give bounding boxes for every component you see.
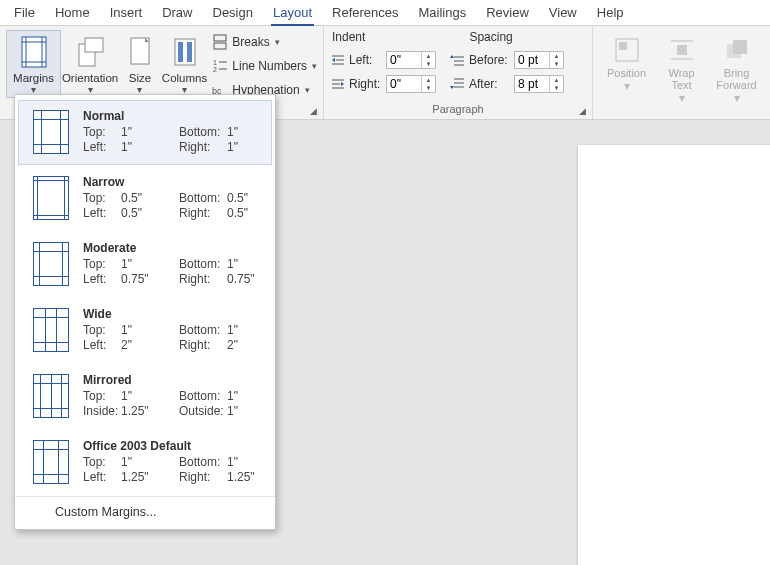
indent-title: Indent <box>332 30 365 44</box>
spacing-after-input[interactable] <box>515 76 549 92</box>
margins-button[interactable]: Margins ▾ <box>6 30 61 98</box>
breaks-button[interactable]: Breaks▾ <box>212 32 317 52</box>
preset-name: Office 2003 Default <box>83 439 259 453</box>
document-page <box>578 145 770 565</box>
margin-thumb-icon <box>33 440 69 484</box>
line-numbers-label: Line Numbers <box>232 59 307 73</box>
wrap-text-label: Wrap Text <box>668 67 694 91</box>
bring-forward-icon <box>723 36 751 64</box>
indent-right-input[interactable] <box>387 76 421 92</box>
margin-preset-moderate[interactable]: ModerateTop:1"Bottom:1"Left:0.75"Right:0… <box>18 232 272 297</box>
paragraph-dialog-launcher[interactable]: ◢ <box>576 105 588 117</box>
position-label: Position <box>607 67 646 79</box>
page-setup-mini: Breaks▾ 12 Line Numbers▾ bc Hyphenation▾ <box>212 30 317 100</box>
chevron-down-icon: ▾ <box>275 37 280 47</box>
indent-left-spinner[interactable]: ▲▼ <box>386 51 436 69</box>
orientation-icon <box>75 35 105 69</box>
up-arrow-icon[interactable]: ▲ <box>422 52 435 60</box>
indent-left-input[interactable] <box>387 52 421 68</box>
line-numbers-icon: 12 <box>212 58 228 74</box>
tab-layout[interactable]: Layout <box>263 0 322 26</box>
margins-dropdown: NormalTop:1"Bottom:1"Left:1"Right:1"Narr… <box>14 94 276 530</box>
tab-file[interactable]: File <box>4 0 45 26</box>
svg-rect-31 <box>619 42 627 50</box>
columns-icon <box>172 35 198 69</box>
tab-design[interactable]: Design <box>203 0 263 26</box>
tab-view[interactable]: View <box>539 0 587 26</box>
margin-preset-normal[interactable]: NormalTop:1"Bottom:1"Left:1"Right:1" <box>18 100 272 165</box>
up-arrow-icon[interactable]: ▲ <box>550 76 563 84</box>
svg-rect-32 <box>677 45 687 55</box>
svg-rect-12 <box>214 43 226 49</box>
tab-home[interactable]: Home <box>45 0 100 26</box>
preset-name: Moderate <box>83 241 259 255</box>
margin-preset-office-2003-default[interactable]: Office 2003 DefaultTop:1"Bottom:1"Left:1… <box>18 430 272 495</box>
line-numbers-button[interactable]: 12 Line Numbers▾ <box>212 56 317 76</box>
columns-button[interactable]: Columns ▾ <box>161 30 208 98</box>
group-arrange: Position ▾ Wrap Text ▾ Bring Forward ▾ <box>593 26 770 119</box>
orientation-button[interactable]: Orientation ▾ <box>61 30 119 98</box>
group-label-paragraph: Paragraph <box>330 101 586 119</box>
indent-right-label: Right: <box>349 77 383 91</box>
group-label-arrange <box>599 101 764 119</box>
ribbon-tabs: FileHomeInsertDrawDesignLayoutReferences… <box>0 0 770 26</box>
tab-insert[interactable]: Insert <box>100 0 153 26</box>
spacing-before-input[interactable] <box>515 52 549 68</box>
indent-right-icon <box>330 77 346 91</box>
svg-rect-10 <box>187 42 192 62</box>
preset-name: Narrow <box>83 175 259 189</box>
svg-rect-9 <box>178 42 183 62</box>
tab-review[interactable]: Review <box>476 0 539 26</box>
chevron-down-icon: ▾ <box>305 85 310 95</box>
custom-margins-button[interactable]: Custom Margins... <box>15 496 275 529</box>
position-button[interactable]: Position ▾ <box>599 30 654 98</box>
spacing-before-label: Before: <box>469 53 511 67</box>
svg-rect-6 <box>85 38 103 52</box>
preset-text: NormalTop:1"Bottom:1"Left:1"Right:1" <box>83 109 259 154</box>
preset-name: Normal <box>83 109 259 123</box>
spacing-after-spinner[interactable]: ▲▼ <box>514 75 564 93</box>
wrap-text-button[interactable]: Wrap Text ▾ <box>654 30 709 98</box>
page-setup-dialog-launcher[interactable]: ◢ <box>307 105 319 117</box>
size-button[interactable]: Size ▾ <box>119 30 161 98</box>
chevron-down-icon: ▾ <box>624 79 630 93</box>
breaks-label: Breaks <box>232 35 269 49</box>
tab-draw[interactable]: Draw <box>152 0 202 26</box>
position-icon <box>613 36 641 64</box>
tab-mailings[interactable]: Mailings <box>409 0 477 26</box>
chevron-down-icon: ▾ <box>312 61 317 71</box>
down-arrow-icon[interactable]: ▼ <box>422 84 435 92</box>
margins-icon <box>19 35 49 69</box>
tab-references[interactable]: References <box>322 0 408 26</box>
down-arrow-icon[interactable]: ▼ <box>550 84 563 92</box>
preset-name: Wide <box>83 307 259 321</box>
preset-name: Mirrored <box>83 373 259 387</box>
up-arrow-icon[interactable]: ▲ <box>550 52 563 60</box>
svg-text:1: 1 <box>213 59 217 66</box>
indent-right-spinner[interactable]: ▲▼ <box>386 75 436 93</box>
preset-text: WideTop:1"Bottom:1"Left:2"Right:2" <box>83 307 259 352</box>
margin-preset-narrow[interactable]: NarrowTop:0.5"Bottom:0.5"Left:0.5"Right:… <box>18 166 272 231</box>
margin-preset-mirrored[interactable]: MirroredTop:1"Bottom:1"Inside:1.25"Outsi… <box>18 364 272 429</box>
breaks-icon <box>212 34 228 50</box>
down-arrow-icon[interactable]: ▼ <box>422 60 435 68</box>
group-paragraph: Indent Spacing Left: ▲▼ Before: ▲▼ Right… <box>324 26 593 119</box>
svg-rect-36 <box>733 40 747 54</box>
preset-text: ModerateTop:1"Bottom:1"Left:0.75"Right:0… <box>83 241 259 286</box>
down-arrow-icon[interactable]: ▼ <box>550 60 563 68</box>
margin-preset-wide[interactable]: WideTop:1"Bottom:1"Left:2"Right:2" <box>18 298 272 363</box>
size-icon <box>127 35 153 69</box>
bring-forward-button[interactable]: Bring Forward ▾ <box>709 30 764 98</box>
margin-thumb-icon <box>33 176 69 220</box>
indent-left-icon <box>330 53 346 67</box>
margin-thumb-icon <box>33 110 69 154</box>
spacing-before-spinner[interactable]: ▲▼ <box>514 51 564 69</box>
up-arrow-icon[interactable]: ▲ <box>422 76 435 84</box>
bring-forward-label: Bring Forward <box>716 67 756 91</box>
preset-text: MirroredTop:1"Bottom:1"Inside:1.25"Outsi… <box>83 373 259 418</box>
svg-text:2: 2 <box>213 66 217 73</box>
margin-thumb-icon <box>33 242 69 286</box>
spacing-title: Spacing <box>469 30 512 44</box>
tab-help[interactable]: Help <box>587 0 634 26</box>
preset-text: NarrowTop:0.5"Bottom:0.5"Left:0.5"Right:… <box>83 175 259 220</box>
